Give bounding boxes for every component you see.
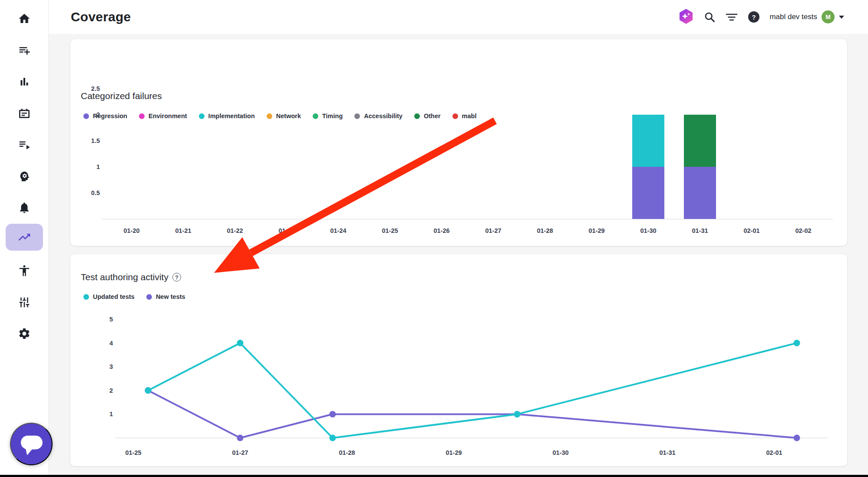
test-authoring-activity-card: Test authoring activity ? Updated testsN… [70, 254, 847, 466]
data-point [514, 411, 520, 417]
card2-legend: Updated testsNew tests [83, 293, 185, 300]
data-point [237, 340, 244, 346]
sidebar-item-results[interactable] [16, 73, 33, 90]
svg-text:01-27: 01-27 [232, 449, 248, 456]
legend-dot [83, 294, 89, 300]
svg-text:5: 5 [109, 316, 113, 323]
filter-icon [725, 11, 738, 23]
sidebar-item-schedule[interactable] [16, 105, 33, 122]
filter-button[interactable] [725, 11, 738, 23]
playlist-play-icon [18, 138, 31, 151]
svg-text:1: 1 [96, 163, 100, 170]
sidebar-item-configuration[interactable] [16, 294, 33, 311]
calendar-icon [18, 107, 31, 120]
svg-text:01-30: 01-30 [552, 449, 568, 456]
categorized-failures-card: Categorized failures RegressionEnvironme… [70, 39, 847, 246]
sidebar-item-settings[interactable] [16, 325, 33, 342]
sidebar [0, 0, 49, 477]
svg-text:0.5: 0.5 [91, 189, 100, 196]
bars-group [632, 115, 716, 219]
svg-text:01-26: 01-26 [433, 227, 449, 234]
series-updated-tests [145, 340, 800, 441]
svg-text:01-20: 01-20 [123, 227, 139, 234]
svg-text:01-31: 01-31 [659, 449, 675, 456]
svg-text:2: 2 [96, 111, 100, 118]
sidebar-item-notifications[interactable] [16, 199, 33, 216]
categorized-failures-chart: 2.521.510.501-2001-2101-2201-2301-2401-2… [74, 83, 842, 243]
svg-text:01-29: 01-29 [588, 227, 604, 234]
svg-text:01-28: 01-28 [537, 227, 553, 234]
search-button[interactable] [703, 11, 716, 23]
bar-segment-implementation [632, 115, 664, 167]
data-point [145, 387, 151, 394]
mabl-ai-button[interactable] [678, 9, 694, 25]
svg-text:01-27: 01-27 [485, 227, 501, 234]
page-title: Coverage [71, 10, 131, 24]
account-name: mabl dev tests [769, 13, 817, 21]
svg-text:01-25: 01-25 [125, 449, 141, 456]
sidebar-item-home[interactable] [16, 10, 33, 27]
svg-text:1.5: 1.5 [91, 137, 100, 144]
chat-bubble-icon [11, 423, 52, 465]
gear-icon [18, 327, 31, 340]
help-button[interactable]: ? [748, 11, 760, 23]
legend-item-new-tests[interactable]: New tests [146, 293, 185, 300]
psychology-icon [18, 170, 31, 183]
header: Coverage [49, 0, 868, 34]
trending-up-icon [17, 230, 31, 244]
svg-text:01-31: 01-31 [692, 227, 708, 234]
svg-text:?: ? [752, 13, 756, 21]
svg-text:01-22: 01-22 [227, 227, 243, 234]
svg-text:01-28: 01-28 [339, 449, 355, 456]
data-point [237, 435, 244, 441]
legend-label: Updated tests [93, 293, 135, 300]
sidebar-item-test-runs[interactable] [16, 136, 33, 153]
app-root: Coverage [0, 0, 868, 477]
ai-sparkle-hexagon-icon [678, 9, 694, 25]
data-point [794, 435, 800, 441]
card2-title-text: Test authoring activity [81, 272, 168, 282]
svg-text:01-30: 01-30 [640, 227, 656, 234]
tune-icon [18, 296, 31, 309]
bar-segment-other [684, 115, 716, 167]
card2-help-icon[interactable]: ? [172, 273, 181, 282]
sidebar-item-insights[interactable] [16, 168, 33, 185]
search-icon [703, 11, 716, 23]
svg-text:01-24: 01-24 [330, 227, 346, 234]
svg-text:2: 2 [109, 387, 113, 394]
chevron-down-icon [839, 16, 844, 19]
series-new-tests [145, 387, 800, 441]
sidebar-item-new-test[interactable] [16, 42, 33, 59]
playlist-add-icon [18, 44, 31, 57]
avatar: M [822, 10, 835, 23]
sidebar-item-accessibility[interactable] [16, 262, 33, 279]
legend-label: New tests [156, 293, 185, 300]
svg-text:02-01: 02-01 [766, 449, 782, 456]
accessibility-icon [18, 264, 31, 277]
svg-text:02-01: 02-01 [743, 227, 759, 234]
svg-text:01-29: 01-29 [446, 449, 462, 456]
data-point [794, 340, 800, 346]
bottom-bar [0, 475, 868, 477]
svg-text:2.5: 2.5 [91, 85, 100, 92]
chat-fab-button[interactable] [10, 423, 53, 465]
svg-text:01-25: 01-25 [382, 227, 398, 234]
bar-segment-regression [684, 167, 716, 219]
svg-text:4: 4 [109, 340, 113, 347]
legend-item-updated-tests[interactable]: Updated tests [83, 293, 135, 300]
legend-dot [146, 294, 152, 300]
account-menu[interactable]: mabl dev tests M [769, 10, 844, 23]
sidebar-item-trends[interactable] [6, 224, 43, 251]
data-point [329, 435, 336, 441]
bell-icon [18, 201, 31, 214]
home-icon [18, 12, 31, 25]
svg-text:02-02: 02-02 [795, 227, 811, 234]
svg-text:01-21: 01-21 [175, 227, 191, 234]
header-toolbar: ? mabl dev tests M [678, 0, 844, 34]
bar-segment-regression [632, 167, 664, 219]
svg-text:1: 1 [109, 411, 113, 417]
test-authoring-activity-chart: 5432101-2501-2701-2801-2901-3001-3102-01 [74, 312, 842, 466]
svg-text:3: 3 [109, 363, 113, 370]
help-icon: ? [748, 11, 760, 23]
svg-text:01-23: 01-23 [278, 227, 294, 234]
